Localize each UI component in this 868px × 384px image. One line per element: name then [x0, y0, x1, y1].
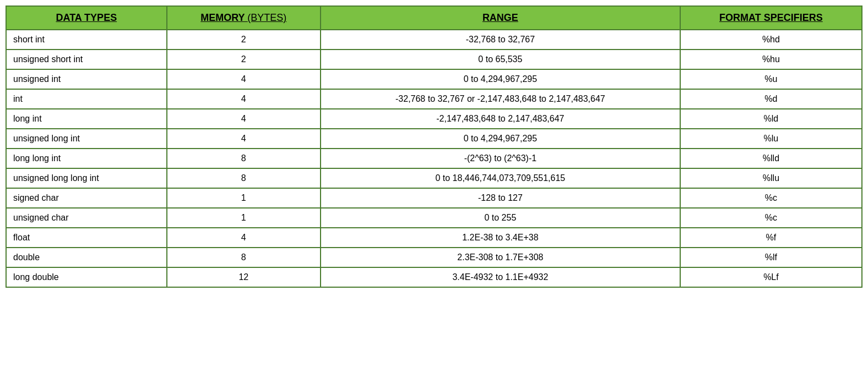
cell-memory: 8 — [167, 149, 321, 168]
table-row: int4-32,768 to 32,767 or -2,147,483,648 … — [6, 89, 862, 109]
cell-range: 0 to 65,535 — [321, 50, 680, 69]
cell-range: -128 to 127 — [321, 188, 680, 208]
cell-datatype: long double — [6, 267, 167, 287]
cell-range: 0 to 18,446,744,073,709,551,615 — [321, 168, 680, 188]
cell-format: %ld — [680, 109, 862, 129]
cell-datatype: long long int — [6, 149, 167, 168]
cell-datatype: unsigned int — [6, 69, 167, 89]
cell-memory: 1 — [167, 208, 321, 228]
cell-datatype: unsigned long long int — [6, 168, 167, 188]
cell-format: %lf — [680, 248, 862, 267]
table-row: float41.2E-38 to 3.4E+38%f — [6, 228, 862, 248]
cell-range: 2.3E-308 to 1.7E+308 — [321, 248, 680, 267]
cell-datatype: short int — [6, 30, 167, 50]
table-row: unsigned char10 to 255%c — [6, 208, 862, 228]
table-row: unsigned long int40 to 4,294,967,295%lu — [6, 129, 862, 149]
table-row: signed char1-128 to 127%c — [6, 188, 862, 208]
cell-range: 0 to 255 — [321, 208, 680, 228]
table-row: double82.3E-308 to 1.7E+308%lf — [6, 248, 862, 267]
header-range: RANGE — [321, 6, 680, 30]
table-row: long double123.4E-4932 to 1.1E+4932%Lf — [6, 267, 862, 287]
cell-memory: 12 — [167, 267, 321, 287]
cell-datatype: long int — [6, 109, 167, 129]
cell-format: %c — [680, 208, 862, 228]
table-row: unsigned int40 to 4,294,967,295%u — [6, 69, 862, 89]
cell-range: 0 to 4,294,967,295 — [321, 69, 680, 89]
table-row: unsigned long long int80 to 18,446,744,0… — [6, 168, 862, 188]
cell-datatype: float — [6, 228, 167, 248]
cell-range: 0 to 4,294,967,295 — [321, 129, 680, 149]
cell-datatype: unsigned char — [6, 208, 167, 228]
cell-range: -(2^63) to (2^63)-1 — [321, 149, 680, 168]
cell-format: %f — [680, 228, 862, 248]
table-row: unsigned short int20 to 65,535%hu — [6, 50, 862, 69]
cell-memory: 2 — [167, 30, 321, 50]
cell-memory: 4 — [167, 129, 321, 149]
cell-format: %lld — [680, 149, 862, 168]
table-row: long long int8-(2^63) to (2^63)-1%lld — [6, 149, 862, 168]
cell-range: -2,147,483,648 to 2,147,483,647 — [321, 109, 680, 129]
cell-memory: 4 — [167, 69, 321, 89]
header-format-specifiers: FORMAT SPECIFIERS — [680, 6, 862, 30]
cell-memory: 1 — [167, 188, 321, 208]
cell-memory: 8 — [167, 248, 321, 267]
cell-format: %d — [680, 89, 862, 109]
cell-format: %u — [680, 69, 862, 89]
cell-format: %hu — [680, 50, 862, 69]
cell-datatype: double — [6, 248, 167, 267]
cell-format: %hd — [680, 30, 862, 50]
cell-range: 1.2E-38 to 3.4E+38 — [321, 228, 680, 248]
cell-memory: 4 — [167, 109, 321, 129]
data-types-table: DATA TYPES MEMORY (BYTES) RANGE FORMAT S… — [6, 6, 862, 288]
cell-format: %lu — [680, 129, 862, 149]
cell-format: %llu — [680, 168, 862, 188]
data-types-table-container: DATA TYPES MEMORY (BYTES) RANGE FORMAT S… — [6, 6, 862, 288]
cell-datatype: signed char — [6, 188, 167, 208]
cell-datatype: int — [6, 89, 167, 109]
cell-range: 3.4E-4932 to 1.1E+4932 — [321, 267, 680, 287]
cell-memory: 4 — [167, 89, 321, 109]
table-row: long int4-2,147,483,648 to 2,147,483,647… — [6, 109, 862, 129]
cell-format: %Lf — [680, 267, 862, 287]
header-memory: MEMORY (BYTES) — [167, 6, 321, 30]
cell-datatype: unsigned short int — [6, 50, 167, 69]
cell-memory: 8 — [167, 168, 321, 188]
table-row: short int2-32,768 to 32,767%hd — [6, 30, 862, 50]
cell-memory: 4 — [167, 228, 321, 248]
cell-range: -32,768 to 32,767 — [321, 30, 680, 50]
header-data-types: DATA TYPES — [6, 6, 167, 30]
cell-memory: 2 — [167, 50, 321, 69]
cell-format: %c — [680, 188, 862, 208]
cell-range: -32,768 to 32,767 or -2,147,483,648 to 2… — [321, 89, 680, 109]
cell-datatype: unsigned long int — [6, 129, 167, 149]
